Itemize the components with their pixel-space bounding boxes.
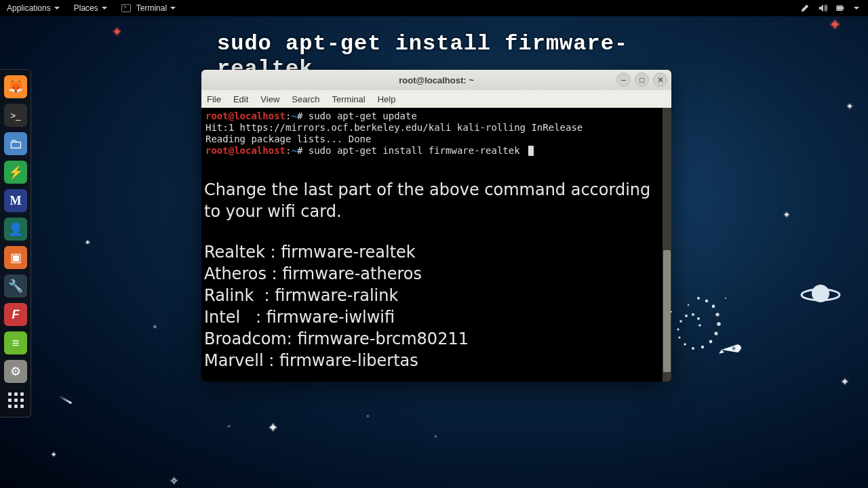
- chevron-down-icon[interactable]: [853, 5, 860, 12]
- maximize-button[interactable]: □: [635, 73, 649, 87]
- dock-metasploit[interactable]: M: [4, 189, 27, 212]
- dock: 🦊 >_ 🗀 ⚡ M 👤 ▣ 🔧 F ≡ ⚙: [0, 69, 31, 418]
- minimize-button[interactable]: –: [616, 73, 631, 87]
- panel-terminal-label: Terminal: [136, 3, 167, 13]
- wallpaper-swirl-icon: [651, 271, 746, 380]
- svg-point-22: [725, 298, 726, 299]
- menu-file[interactable]: File: [207, 94, 221, 104]
- svg-point-15: [679, 320, 682, 323]
- svg-point-19: [698, 324, 701, 327]
- dock-burp[interactable]: ▣: [4, 246, 27, 269]
- svg-point-18: [697, 317, 700, 320]
- panel-applications[interactable]: Applications: [0, 3, 67, 13]
- panel-places[interactable]: Places: [67, 3, 115, 13]
- firmware-line: Ralink : firmware-ralink: [204, 285, 659, 306]
- dock-notes[interactable]: ≡: [4, 331, 27, 354]
- svg-point-11: [692, 347, 694, 350]
- menu-edit[interactable]: Edit: [233, 94, 248, 104]
- dock-wireshark[interactable]: 🔧: [4, 274, 27, 298]
- terminal-icon: [121, 4, 131, 12]
- panel-places-label: Places: [74, 3, 98, 13]
- menu-search[interactable]: Search: [292, 94, 319, 104]
- dock-files[interactable]: 🗀: [4, 132, 27, 155]
- system-tray: [800, 3, 868, 13]
- svg-point-5: [712, 305, 715, 308]
- svg-point-24: [812, 285, 829, 302]
- firmware-line: Intel : firmware-iwlwifi: [204, 306, 659, 328]
- dock-show-apps[interactable]: [4, 388, 27, 411]
- cursor-icon: [528, 146, 534, 156]
- svg-point-3: [697, 297, 700, 300]
- pencil-icon[interactable]: [800, 3, 810, 13]
- close-button[interactable]: ✕: [653, 73, 667, 87]
- panel-applications-label: Applications: [7, 3, 51, 13]
- menubar: File Edit View Search Terminal Help: [201, 90, 671, 108]
- svg-point-25: [732, 347, 736, 350]
- chevron-down-icon: [101, 5, 108, 12]
- svg-point-4: [705, 300, 708, 302]
- wallpaper-rocket-icon: [717, 339, 746, 359]
- svg-point-12: [684, 343, 686, 346]
- menu-help[interactable]: Help: [378, 94, 396, 104]
- svg-point-9: [709, 340, 713, 344]
- battery-icon[interactable]: [835, 3, 845, 13]
- terminal-body[interactable]: root@localhost:~# sudo apt-get update Hi…: [201, 108, 671, 382]
- dock-update[interactable]: ⚡: [4, 161, 27, 184]
- apps-grid-icon: [8, 392, 24, 408]
- titlebar[interactable]: root@localhost: ~ – □ ✕: [201, 70, 671, 90]
- svg-point-17: [692, 313, 694, 316]
- dock-maltego[interactable]: 👤: [4, 218, 27, 241]
- svg-point-20: [688, 304, 689, 306]
- svg-point-8: [714, 331, 717, 335]
- panel-terminal[interactable]: Terminal: [115, 3, 183, 13]
- window-title: root@localhost: ~: [201, 75, 671, 85]
- chevron-down-icon: [54, 5, 60, 12]
- svg-point-10: [701, 346, 704, 348]
- top-panel: Applications Places Terminal: [0, 0, 868, 16]
- firmware-line: Marvell : firmware-libertas: [204, 350, 659, 371]
- instruction-overlay: Change the last part of the above comman…: [203, 179, 662, 377]
- firmware-line: Atheros : firmware-atheros: [204, 263, 659, 285]
- chevron-down-icon: [170, 5, 176, 12]
- wallpaper-planet-icon: [800, 281, 841, 308]
- firmware-line: Broadcom: firmware-brcm80211: [204, 328, 659, 350]
- menu-terminal[interactable]: Terminal: [332, 94, 366, 104]
- svg-rect-2: [837, 6, 842, 9]
- svg-rect-1: [843, 7, 844, 9]
- dock-settings[interactable]: ⚙: [4, 360, 27, 383]
- svg-point-13: [678, 336, 680, 338]
- overlay-intro: Change the last part of the above comman…: [204, 179, 659, 222]
- volume-icon[interactable]: [818, 3, 827, 13]
- dock-faraday[interactable]: F: [4, 303, 27, 326]
- svg-point-7: [717, 322, 721, 326]
- dock-firefox[interactable]: 🦊: [4, 75, 27, 98]
- svg-point-14: [677, 328, 679, 330]
- svg-point-21: [671, 311, 672, 312]
- firmware-line: Realtek : firmware-realtek: [204, 241, 659, 263]
- menu-view[interactable]: View: [260, 94, 279, 104]
- dock-terminal[interactable]: >_: [4, 104, 27, 127]
- svg-point-16: [685, 314, 688, 317]
- svg-point-6: [715, 312, 719, 316]
- terminal-window: root@localhost: ~ – □ ✕ File Edit View S…: [201, 70, 671, 382]
